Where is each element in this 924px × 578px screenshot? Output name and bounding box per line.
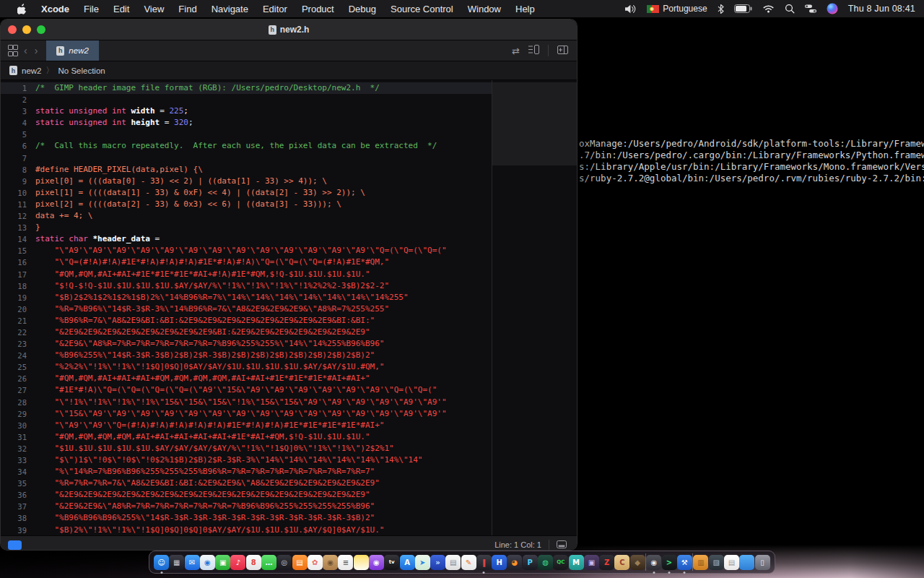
dock-item-facetime[interactable]: ▣ <box>215 555 230 570</box>
terminal-window[interactable]: oxManage:/Users/pedro/Android/sdk/platfo… <box>579 138 924 190</box>
code-line-17[interactable]: 17 "#QM,#QM,#AI+#AI+#1E*#1E*#1E*#AI+#!A)… <box>1 269 492 280</box>
code-line-36[interactable]: 36 "&2E9&2E9&2E9&2E9&2E9&2E9&2E9&2E9&2E9… <box>1 489 492 501</box>
code-line-7[interactable]: 7 <box>1 152 492 164</box>
code-line-37[interactable]: 37 "&2E9&2E9&\"A8%R=7%R=7%R=7%R=7%R=7%R=… <box>1 501 492 512</box>
dock-item-teal-m-app[interactable]: M <box>569 555 584 570</box>
menu-item-help[interactable]: Help <box>508 4 542 14</box>
dock-item-calendar[interactable]: 8 <box>246 555 261 570</box>
code-line-32[interactable]: 32 "$1U.$1U.$1U.$1U.$1U.$AY/$AY/$AY/$AY/… <box>1 443 492 454</box>
menu-item-file[interactable]: File <box>77 4 106 14</box>
breadcrumb-selection[interactable]: No Selection <box>58 66 105 75</box>
dock-item-contacts[interactable]: ◉ <box>323 555 338 570</box>
menu-item-find[interactable]: Find <box>171 4 204 14</box>
dock-item-libreoffice[interactable]: ▤ <box>445 555 461 570</box>
code-line-15[interactable]: 15 "\"A9'\"A9'\"A9'\"A9'\"A9'\"A9'\"A9'\… <box>1 245 492 256</box>
code-line-19[interactable]: 19 "$B)2$2%1$2%1$2%1$B)2%\"14%B96%R=7%\"… <box>1 292 492 303</box>
menu-item-debug[interactable]: Debug <box>341 4 383 14</box>
dock-item-qc-app[interactable]: QC <box>553 555 568 570</box>
editor-mode-icon[interactable] <box>557 540 567 550</box>
dock-item-downloads-folder[interactable] <box>739 555 754 570</box>
menu-clock[interactable]: Thu 8 Jun 08:41 <box>848 4 915 14</box>
dock-item-blue-bird-app[interactable]: » <box>430 555 445 570</box>
menu-item-source-control[interactable]: Source Control <box>383 4 461 14</box>
control-center-icon[interactable] <box>805 4 816 13</box>
code-line-27[interactable]: 27 "#1E*#!A)\"Q=(\"Q=(\"Q=(\"Q=(\"A9'\"1… <box>1 384 492 396</box>
menu-item-view[interactable]: View <box>136 4 171 14</box>
dock-item-notes[interactable] <box>354 555 369 570</box>
dock-item-blue-arrow-app[interactable]: P <box>523 555 538 570</box>
dock-item-purple-box-app[interactable]: ▣ <box>584 555 599 570</box>
zoom-button[interactable] <box>37 25 45 34</box>
wifi-icon[interactable] <box>762 4 775 13</box>
dock-item-mail[interactable]: ✉ <box>185 555 200 570</box>
battery-icon[interactable] <box>734 4 752 13</box>
code-line-23[interactable]: 23 "&2E9&\"A8%R=7%R=7%R=7%R=7%R=7%R=7%B9… <box>1 338 492 350</box>
code-line-6[interactable]: 6/* Call this macro repeatedly. After ea… <box>1 140 492 152</box>
code-line-8[interactable]: 8#define HEADER_PIXEL(data,pixel) {\ <box>1 164 492 176</box>
code-line-10[interactable]: 10pixel[1] = ((((data[1] - 33) & 0xF) <<… <box>1 187 492 199</box>
dock-item-system-settings[interactable]: ◎ <box>276 555 292 570</box>
code-line-26[interactable]: 26 "#QM,#QM,#AI+#AI+#AI+#QM,#QM,#QM,#QM,… <box>1 373 492 384</box>
dock-item-pyramid-app[interactable]: ◆ <box>630 555 645 570</box>
menu-app-name[interactable]: Xcode <box>34 4 77 14</box>
bluetooth-icon[interactable] <box>718 4 724 14</box>
dock-item-pencil-app[interactable]: ✎ <box>461 555 476 570</box>
dock-item-podcasts[interactable]: ◉ <box>369 555 384 570</box>
menu-item-editor[interactable]: Editor <box>256 4 295 14</box>
code-line-14[interactable]: 14static char *header_data = <box>1 233 492 245</box>
dock-item-monitor-app[interactable]: ‖ <box>476 555 492 570</box>
code-line-33[interactable]: 33 "$\")1$\"!0$\"!0$\"!0$2%1$B)2$B)2$R-3… <box>1 454 492 466</box>
code-line-25[interactable]: 25 "%2%2%\"!1%\"!1%\"!1$Q]0$Q]0$AY/$AY/$… <box>1 361 492 373</box>
code-line-2[interactable]: 2 <box>1 94 492 105</box>
code-line-5[interactable]: 5 <box>1 129 492 140</box>
code-line-3[interactable]: 3static unsigned int width = 225; <box>1 105 492 117</box>
code-line-11[interactable]: 11pixel[2] = ((((data[2] - 33) & 0x3) <<… <box>1 199 492 210</box>
dock-item-firefox[interactable]: ◕ <box>507 555 522 570</box>
dock-item-gimp[interactable]: ◉ <box>646 555 661 570</box>
minimap[interactable] <box>492 82 578 165</box>
code-line-12[interactable]: 12data += 4; \ <box>1 210 492 222</box>
tab-new2[interactable]: h new2 <box>46 40 99 61</box>
menu-item-product[interactable]: Product <box>295 4 341 14</box>
dock-item-image-file[interactable]: ▨ <box>709 555 724 570</box>
source-editor[interactable]: 1/* GIMP header image file format (RGB):… <box>1 80 577 535</box>
dock-item-apple-tv[interactable]: tv <box>384 555 399 570</box>
code-line-21[interactable]: 21 "%B96%R=7&\"A8&2E9&BI:&BI:&2E9&2E9&2E… <box>1 315 492 327</box>
code-line-34[interactable]: 34 "%\"14%R=7%B96%B96%255%255%255%B96%R=… <box>1 466 492 478</box>
code-line-30[interactable]: 30 "\"A9'\"A9'\"Q=(#!A)#!A)#!A)#!A)#!A)#… <box>1 420 492 431</box>
code-line-24[interactable]: 24 "%B96%255%\"14$R-3$R-3$B)2$B)2$R-3$B)… <box>1 350 492 361</box>
siri-icon[interactable] <box>827 3 838 14</box>
dock-item-finder[interactable]: ☺ <box>154 555 169 570</box>
dock-item-reminders[interactable]: ≡ <box>338 555 353 570</box>
code-line-39[interactable]: 39 "$B)2%\"!1%\"!1%\"!1$Q]0$Q]0$Q]0$AY/$… <box>1 525 492 536</box>
related-items-icon[interactable] <box>8 45 17 56</box>
dock-item-archive-box[interactable]: ▥ <box>693 555 708 570</box>
dock-item-safari[interactable]: ◉ <box>200 555 215 570</box>
code-line-4[interactable]: 4static unsigned int height = 320; <box>1 117 492 129</box>
code-line-1[interactable]: 1/* GIMP header image file format (RGB):… <box>1 82 492 94</box>
code-line-29[interactable]: 29 "\"15&\"A9'\"A9'\"A9'\"A9'\"A9'\"A9'\… <box>1 408 492 420</box>
code-line-18[interactable]: 18 "$!Q-$!Q-$1U.$1U.$1U.$1U.$AY/$AY/%\"!… <box>1 280 492 292</box>
code-line-38[interactable]: 38 "%B96%B96%B96%255%\"14$R-3$R-3$R-3$R-… <box>1 512 492 524</box>
title-bar[interactable]: h new2.h <box>1 20 577 40</box>
menu-item-edit[interactable]: Edit <box>106 4 136 14</box>
code-line-22[interactable]: 22 "&2E9&2E9&2E9&2E9&2E9&2E9&2E9&2E9&BI:… <box>1 327 492 338</box>
dock-item-red-z-app[interactable]: Z <box>599 555 614 570</box>
add-editor-icon[interactable] <box>557 46 568 56</box>
dock-item-iterm[interactable]: > <box>662 555 677 570</box>
code-line-9[interactable]: 9pixel[0] = (((data[0] - 33) << 2) | ((d… <box>1 176 492 187</box>
minimize-button[interactable] <box>22 25 31 34</box>
apple-menu[interactable] <box>10 4 34 14</box>
search-icon[interactable] <box>785 4 795 14</box>
dock-item-trash[interactable]: ▯ <box>755 555 770 570</box>
back-chevron-icon[interactable]: ‹ <box>24 46 27 56</box>
code-line-35[interactable]: 35 "%R=7%R=7%R=7&\"A8&2E9&BI:&BI:&2E9&2E… <box>1 478 492 489</box>
breakpoint-indicator[interactable] <box>8 540 22 550</box>
menu-item-window[interactable]: Window <box>461 4 508 14</box>
editor-options-icon[interactable] <box>528 45 539 56</box>
input-source-flag-icon[interactable]: Portuguese <box>647 4 707 14</box>
dock-item-c-app[interactable]: C <box>614 555 629 570</box>
dock-item-app-store[interactable]: A <box>400 555 415 570</box>
code-line-16[interactable]: 16 "\"Q=(#!A)#!A)#1E*#!A)#!A)#!A)#1E*#!A… <box>1 256 492 268</box>
dock-item-music[interactable]: ♪ <box>230 555 245 570</box>
